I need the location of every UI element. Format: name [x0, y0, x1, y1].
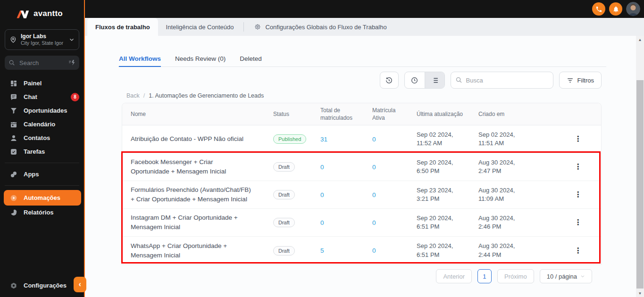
- workflow-name-link[interactable]: Atribuição de Contato - WPP Não oficial: [131, 134, 243, 144]
- column-header-actions: [558, 103, 601, 125]
- status-badge: Draft: [273, 246, 295, 256]
- app: avantto Igor Labs City Igor, State Igor: [0, 0, 644, 297]
- scrollbar-thumb[interactable]: [636, 80, 644, 289]
- row-menu-button[interactable]: ⋮: [570, 246, 585, 256]
- sidebar-item-apps[interactable]: Apps: [0, 167, 84, 181]
- page-size-value: 10 / página: [547, 273, 577, 280]
- sidebar-item-configuracoes[interactable]: Configurações: [0, 279, 84, 292]
- sidebar-item-label: Tarefas: [24, 148, 79, 155]
- sidebar-item-painel[interactable]: Painel: [0, 76, 84, 90]
- active-enrollment-link[interactable]: 0: [372, 219, 376, 226]
- workflow-status-cell: Draft: [265, 153, 312, 181]
- workflow-created-cell: Aug 30 2024,2:47 PM: [470, 153, 558, 181]
- sidebar-item-tarefas[interactable]: Tarefas: [0, 145, 84, 158]
- total-enrolled-link[interactable]: 0: [320, 219, 324, 226]
- table-row: Formulários Preenchido (Avantto/Chat/FB)…: [122, 181, 601, 209]
- subtab-deleted[interactable]: Deleted: [240, 51, 262, 66]
- active-enrollment-link[interactable]: 0: [372, 136, 376, 143]
- subtab-all-workflows[interactable]: All Workflows: [119, 51, 161, 66]
- status-badge: Published: [273, 134, 306, 144]
- workflow-updated-cell: Sep 20 2024,6:50 PM: [408, 153, 470, 181]
- history-button[interactable]: [380, 72, 399, 89]
- workflow-name-link[interactable]: Facebook Messenger + Criar Oportunidade …: [131, 157, 252, 176]
- workflow-total-cell: 0: [312, 181, 364, 208]
- sidebar-item-label: Apps: [24, 171, 79, 178]
- sidebar-item-label: Oportunidades: [24, 107, 79, 114]
- list-view-button[interactable]: [425, 72, 444, 88]
- tab-inteligencia-de-conteudo[interactable]: Inteligência de Conteúdo: [158, 18, 242, 36]
- workflow-table-body: Atribuição de Contato - WPP Não oficialP…: [122, 125, 601, 264]
- scroll-down-arrow[interactable]: ▼: [636, 289, 644, 297]
- total-enrolled-link[interactable]: 5: [320, 247, 324, 254]
- sidebar-search[interactable]: [5, 56, 79, 70]
- active-enrollment-link[interactable]: 0: [372, 247, 376, 254]
- breadcrumb-current: 1. Automações de Gerenciamento de Leads: [149, 92, 264, 99]
- row-menu-button[interactable]: ⋮: [570, 218, 585, 227]
- sidebar-item-chat[interactable]: Chat 8: [0, 90, 84, 104]
- current-page-button[interactable]: 1: [477, 269, 492, 283]
- page-size-select[interactable]: 10 / página: [540, 269, 592, 283]
- workflow-search: [451, 72, 553, 89]
- gear-icon: [254, 23, 261, 31]
- sidebar-item-label: Chat: [24, 93, 65, 100]
- workflow-name-link[interactable]: WhatsApp + Criar Oportunidade + Mensagem…: [131, 241, 252, 260]
- sidebar-search-input[interactable]: [18, 59, 65, 67]
- total-enrolled-link[interactable]: 31: [320, 136, 327, 143]
- sidebar-collapse-button[interactable]: ‹: [74, 277, 86, 292]
- sidebar-bottom: Configurações: [0, 279, 84, 292]
- workflow-total-cell: 0: [312, 153, 364, 181]
- filters-button[interactable]: Filtros: [559, 72, 602, 89]
- location-name: Igor Labs: [21, 33, 65, 40]
- workflow-updated-cell: Sep 20 2024,6:51 PM: [408, 209, 470, 236]
- column-header-nome: Nome: [122, 103, 265, 125]
- breadcrumb-back-link[interactable]: Back: [126, 92, 140, 99]
- total-enrolled-link[interactable]: 0: [320, 191, 324, 198]
- next-page-button[interactable]: Próximo: [497, 269, 534, 283]
- workflow-name-link[interactable]: Instagram DM + Criar Oportunidade + Mens…: [131, 213, 252, 231]
- previous-page-button[interactable]: Anterior: [436, 269, 472, 283]
- workflow-name-link[interactable]: Formulários Preenchido (Avantto/Chat/FB)…: [131, 185, 252, 204]
- chevron-down-icon: [580, 274, 585, 279]
- location-text: Igor Labs City Igor, State Igor: [21, 33, 65, 46]
- scroll-up-arrow[interactable]: ▲: [636, 36, 644, 43]
- tab-fluxos-de-trabalho[interactable]: Fluxos de trabalho: [87, 18, 158, 36]
- sidebar-menu: Painel Chat 8 Oportunidades: [0, 76, 84, 219]
- tab-label: Inteligência de Conteúdo: [166, 24, 234, 31]
- row-menu-button[interactable]: ⋮: [570, 190, 585, 199]
- user-avatar[interactable]: [626, 2, 640, 16]
- view-toggle: [404, 72, 445, 89]
- workflow-active-cell: 0: [364, 181, 408, 208]
- sidebar-item-relatorios[interactable]: Relatórios: [0, 206, 84, 219]
- workflow-status-cell: Draft: [265, 237, 312, 264]
- sidebar-item-oportunidades[interactable]: Oportunidades: [0, 104, 84, 117]
- workflow-total-cell: 5: [312, 237, 364, 264]
- tab-configuracoes-globais[interactable]: Configurações Globais do Fluxo de Trabal…: [246, 18, 394, 36]
- contacts-icon: [10, 134, 17, 142]
- workflow-search-input[interactable]: [451, 72, 553, 89]
- subtab-label: All Workflows: [119, 55, 161, 62]
- sidebar-item-contatos[interactable]: Contatos: [0, 131, 84, 145]
- sidebar-item-calendario[interactable]: Calendário: [0, 117, 84, 131]
- subtab-needs-review[interactable]: Needs Review (0): [175, 51, 226, 66]
- recent-view-button[interactable]: [405, 72, 425, 88]
- location-selector[interactable]: Igor Labs City Igor, State Igor: [5, 29, 79, 50]
- row-menu-button[interactable]: ⋮: [570, 162, 585, 172]
- active-enrollment-link[interactable]: 0: [372, 191, 376, 198]
- workflow-created-cell: Aug 30 2024,11:09 AM: [470, 181, 558, 208]
- table-header: Nome Status Total de matriculados Matríc…: [122, 103, 601, 125]
- sidebar-item-automacoes[interactable]: Automações: [4, 190, 81, 206]
- breadcrumb-separator: /: [143, 92, 145, 99]
- notifications-button[interactable]: [609, 2, 622, 16]
- row-menu-button[interactable]: ⋮: [570, 134, 585, 144]
- phone-button[interactable]: [592, 2, 605, 16]
- column-header-status: Status: [265, 103, 312, 125]
- total-enrolled-link[interactable]: 0: [320, 164, 324, 171]
- sidebar-divider: [5, 163, 79, 163]
- workflow-created-cell: Aug 30 2024,2:46 PM: [470, 209, 558, 236]
- active-enrollment-link[interactable]: 0: [372, 164, 376, 171]
- sidebar: avantto Igor Labs City Igor, State Igor: [0, 0, 85, 297]
- automation-play-icon: [10, 194, 17, 202]
- column-header-matricula-ativa: Matrícula Ativa: [364, 103, 408, 125]
- vertical-scrollbar[interactable]: ▲ ▼: [636, 36, 644, 297]
- workflow-active-cell: 0: [364, 237, 408, 264]
